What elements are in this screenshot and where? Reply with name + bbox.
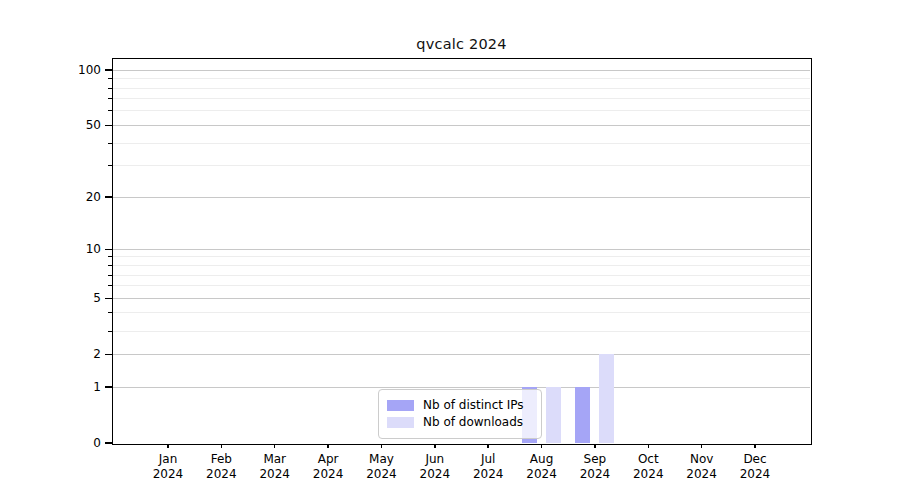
y-minor-tick: [108, 312, 112, 313]
x-tick-label: Nov2024: [672, 452, 732, 482]
x-tick-month: Jun: [405, 452, 465, 467]
x-tick: [167, 444, 169, 449]
x-tick-label: Jun2024: [405, 452, 465, 482]
y-major-tick: [105, 386, 112, 388]
x-tick-year: 2024: [565, 467, 625, 482]
y-minor-gridline: [113, 78, 810, 79]
y-major-gridline: [113, 70, 810, 71]
legend-entry-distinct-ips: Nb of distinct IPs: [387, 397, 533, 414]
x-tick: [754, 444, 756, 449]
y-minor-tick: [108, 165, 112, 166]
x-tick: [701, 444, 703, 449]
x-tick-label: Jul2024: [458, 452, 518, 482]
y-minor-gridline: [113, 331, 810, 332]
x-tick: [594, 444, 596, 449]
x-tick: [327, 444, 329, 449]
x-tick-year: 2024: [672, 467, 732, 482]
y-minor-tick: [108, 110, 112, 111]
x-tick-label: Mar2024: [245, 452, 305, 482]
x-tick-year: 2024: [298, 467, 358, 482]
y-major-gridline: [113, 125, 810, 126]
x-tick-month: May: [351, 452, 411, 467]
bar-downloads: [546, 387, 561, 443]
x-tick-month: Nov: [672, 452, 732, 467]
x-tick-label: Apr2024: [298, 452, 358, 482]
x-tick: [648, 444, 650, 449]
x-tick-month: Aug: [512, 452, 572, 467]
x-tick-label: May2024: [351, 452, 411, 482]
y-minor-tick: [108, 256, 112, 257]
x-tick-month: Mar: [245, 452, 305, 467]
y-major-gridline: [113, 197, 810, 198]
y-tick-label: 10: [0, 241, 101, 257]
x-tick-year: 2024: [405, 467, 465, 482]
y-tick-label: 20: [0, 189, 101, 205]
x-tick: [541, 444, 543, 449]
y-major-tick: [105, 298, 112, 300]
x-tick-year: 2024: [618, 467, 678, 482]
x-tick-year: 2024: [191, 467, 251, 482]
y-major-tick: [105, 196, 112, 198]
y-minor-gridline: [113, 98, 810, 99]
y-minor-tick: [108, 285, 112, 286]
legend-label-distinct-ips: Nb of distinct IPs: [423, 397, 524, 414]
x-tick-year: 2024: [245, 467, 305, 482]
y-major-tick: [105, 249, 112, 251]
x-tick: [274, 444, 276, 449]
x-tick-month: Oct: [618, 452, 678, 467]
x-tick: [487, 444, 489, 449]
chart-title: qvcalc 2024: [113, 36, 810, 54]
x-tick-month: Jan: [138, 452, 198, 467]
y-minor-tick: [108, 143, 112, 144]
y-major-gridline: [113, 298, 810, 299]
bar-distinct-ips: [575, 387, 590, 443]
y-major-tick: [105, 442, 112, 444]
x-tick-month: Apr: [298, 452, 358, 467]
y-minor-gridline: [113, 165, 810, 166]
y-minor-gridline: [113, 312, 810, 313]
x-tick-year: 2024: [725, 467, 785, 482]
x-tick-year: 2024: [458, 467, 518, 482]
x-tick-year: 2024: [512, 467, 572, 482]
y-minor-gridline: [113, 88, 810, 89]
y-tick-label: 100: [0, 62, 101, 78]
y-minor-gridline: [113, 143, 810, 144]
axes-box: [112, 58, 812, 445]
chart: qvcalc 2024 0125102050100Jan2024Feb2024M…: [0, 0, 900, 500]
x-tick-month: Feb: [191, 452, 251, 467]
legend-label-downloads: Nb of downloads: [423, 414, 523, 431]
x-tick-label: Aug2024: [512, 452, 572, 482]
y-minor-gridline: [113, 275, 810, 276]
y-tick-label: 1: [0, 379, 101, 395]
legend: Nb of distinct IPs Nb of downloads: [378, 389, 542, 439]
x-tick-label: Oct2024: [618, 452, 678, 482]
legend-swatch-distinct-ips-icon: [387, 400, 414, 411]
y-minor-tick: [108, 275, 112, 276]
y-minor-tick: [108, 265, 112, 266]
y-major-gridline: [113, 249, 810, 250]
y-major-gridline: [113, 354, 810, 355]
x-tick: [381, 444, 383, 449]
x-tick-month: Jul: [458, 452, 518, 467]
x-tick-year: 2024: [138, 467, 198, 482]
y-tick-label: 0: [0, 435, 101, 451]
y-minor-tick: [108, 88, 112, 89]
x-tick: [221, 444, 223, 449]
legend-entry-downloads: Nb of downloads: [387, 414, 533, 431]
x-tick-month: Sep: [565, 452, 625, 467]
y-minor-gridline: [113, 110, 810, 111]
y-minor-tick: [108, 78, 112, 79]
bar-downloads: [599, 354, 614, 443]
y-major-gridline: [113, 387, 810, 388]
y-major-tick: [105, 354, 112, 356]
y-tick-label: 50: [0, 117, 101, 133]
x-tick-month: Dec: [725, 452, 785, 467]
x-tick-label: Dec2024: [725, 452, 785, 482]
legend-swatch-downloads-icon: [387, 417, 414, 428]
x-tick-label: Sep2024: [565, 452, 625, 482]
y-major-tick: [105, 69, 112, 71]
y-minor-tick: [108, 331, 112, 332]
y-tick-label: 2: [0, 346, 101, 362]
y-minor-gridline: [113, 265, 810, 266]
y-tick-label: 5: [0, 290, 101, 306]
